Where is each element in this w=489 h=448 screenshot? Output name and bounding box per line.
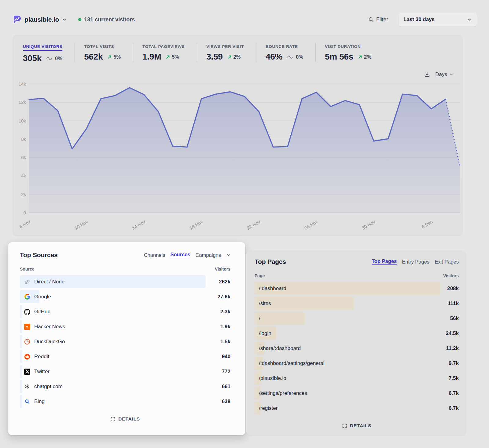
stat-change-value: 2% [233, 54, 241, 60]
source-row[interactable]: Reddit940 [20, 349, 230, 364]
source-row[interactable]: GitHub2.3k [20, 304, 230, 319]
stat-change: 2% [227, 54, 241, 60]
pages-details-button[interactable]: DETAILS [255, 423, 459, 428]
trend-flat-icon [46, 56, 53, 60]
plausible-logo-icon [12, 15, 21, 24]
panel-title: Top Pages [255, 258, 286, 265]
page-row[interactable]: /56k [255, 311, 459, 326]
trend-up-icon [358, 55, 362, 59]
row-label: /sites [259, 300, 271, 307]
stat-bounce-rate[interactable]: BOUNCE RATE46%0% [256, 43, 315, 62]
date-range-select[interactable]: Last 30 days [399, 13, 477, 27]
row-visitors: 638 [222, 399, 230, 405]
row-bar [20, 365, 22, 378]
svg-text:10k: 10k [19, 118, 26, 123]
interval-value: Days [435, 71, 447, 78]
page-row[interactable]: /:dashboard208k [255, 281, 459, 296]
site-name: plausible.io [24, 16, 59, 23]
row-visitors: 661 [222, 384, 230, 390]
svg-text:0: 0 [24, 210, 26, 215]
stat-value: 562k [84, 52, 103, 62]
panel-title: Top Sources [20, 251, 57, 259]
svg-text:10 Nov: 10 Nov [74, 219, 89, 231]
stat-change: 0% [287, 54, 303, 60]
svg-text:4 Dec: 4 Dec [421, 219, 434, 230]
row-visitors: 56k [450, 315, 459, 322]
svg-text:4k: 4k [21, 173, 26, 178]
trend-up-icon [107, 55, 112, 59]
chatgpt-icon [24, 384, 30, 390]
source-row[interactable]: YHacker News1.9k [20, 319, 230, 334]
stat-total-pageviews[interactable]: TOTAL PAGEVIEWS1.9M5% [133, 43, 197, 62]
tab-top-pages[interactable]: Top Pages [372, 258, 397, 265]
row-label: / [259, 315, 260, 322]
column-visitors: Visitors [215, 267, 230, 271]
row-visitors: 262k [219, 279, 230, 285]
column-source: Source [20, 267, 34, 271]
top-pages-panel: Top Pages Top Pages Entry Pages Exit Pag… [246, 251, 466, 435]
source-row[interactable]: Google27.6k [20, 289, 230, 304]
tab-campaigns[interactable]: Campaigns [196, 252, 221, 258]
stat-change-value: 0% [55, 56, 62, 61]
expand-icon [110, 417, 116, 422]
column-visitors: Visitors [443, 273, 459, 278]
row-label: /settings/preferences [259, 390, 307, 396]
stat-value: 3.59 [206, 52, 222, 62]
tab-sources[interactable]: Sources [170, 252, 190, 258]
source-row[interactable]: DuckDuckGo1.5k [20, 334, 230, 349]
site-switcher[interactable]: plausible.io [12, 15, 67, 24]
source-row[interactable]: chatgpt.com661 [20, 379, 230, 394]
svg-text:18 Nov: 18 Nov [189, 219, 204, 231]
stat-change-value: 5% [113, 54, 121, 60]
stat-label: UNIQUE VISITORS [23, 44, 62, 51]
tab-entry-pages[interactable]: Entry Pages [402, 259, 429, 265]
tab-exit-pages[interactable]: Exit Pages [435, 259, 459, 265]
tab-channels[interactable]: Channels [144, 252, 165, 258]
interval-select[interactable]: Days [435, 71, 454, 78]
stat-unique-visitors[interactable]: UNIQUE VISITORS305k0% [23, 43, 75, 63]
chevron-down-icon[interactable] [226, 253, 230, 257]
chevron-down-icon [62, 17, 67, 22]
row-label: Reddit [34, 354, 49, 360]
current-visitors-label: 131 current visitors [84, 16, 135, 23]
stat-visit-duration[interactable]: VISIT DURATION5m 56s2% [315, 43, 384, 62]
trend-up-icon [166, 55, 170, 59]
stats-chart-card: UNIQUE VISITORS305k0%TOTAL VISITS562k5%T… [13, 35, 462, 235]
svg-text:14k: 14k [19, 81, 26, 86]
chart-controls: Days [13, 69, 462, 80]
page-row[interactable]: /settings/preferences6.7k [255, 386, 459, 401]
stat-views-per-visit[interactable]: VIEWS PER VISIT3.592% [197, 43, 256, 62]
source-row[interactable]: Twitter772 [20, 364, 230, 379]
svg-text:26 Nov: 26 Nov [303, 219, 319, 231]
pages-tabs: Top Pages Entry Pages Exit Pages [372, 258, 459, 265]
filter-button[interactable]: Filter [368, 16, 388, 23]
expand-icon [342, 423, 347, 428]
stats-row: UNIQUE VISITORS305k0%TOTAL VISITS562k5%T… [13, 43, 462, 69]
row-visitors: 111k [448, 300, 459, 307]
page-row[interactable]: /sites111k [255, 296, 459, 311]
current-visitors[interactable]: 131 current visitors [78, 16, 135, 23]
page-row[interactable]: /register6.7k [255, 401, 459, 416]
source-row[interactable]: Direct / None262k [20, 274, 230, 289]
pages-rows: /:dashboard208k/sites111k/56k/login24.5k… [255, 281, 459, 416]
row-bar [255, 312, 305, 325]
page-row[interactable]: /login24.5k [255, 326, 459, 341]
row-visitors: 772 [222, 369, 230, 375]
stat-total-visits[interactable]: TOTAL VISITS562k5% [75, 43, 133, 62]
download-icon [424, 71, 430, 78]
page-row[interactable]: /share/:dashboard11.2k [255, 341, 459, 356]
stat-value: 305k [23, 53, 42, 63]
row-label: /register [259, 405, 278, 411]
download-button[interactable] [424, 71, 430, 78]
row-visitors: 11.2k [446, 345, 459, 351]
visitors-chart: 02k4k6k8k10k12k14k6 Nov10 Nov14 Nov18 No… [13, 80, 462, 234]
stat-label: VISIT DURATION [325, 44, 361, 49]
source-row[interactable]: Bing638 [20, 394, 230, 409]
svg-text:Y: Y [26, 325, 28, 329]
stat-change-value: 2% [364, 54, 371, 60]
page-row[interactable]: /plausible.io7.5k [255, 371, 459, 386]
details-label: DETAILS [350, 423, 372, 428]
sources-details-button[interactable]: DETAILS [20, 416, 230, 422]
page-row[interactable]: /:dashboard/settings/general9.7k [255, 356, 459, 371]
row-visitors: 1.9k [220, 324, 230, 330]
